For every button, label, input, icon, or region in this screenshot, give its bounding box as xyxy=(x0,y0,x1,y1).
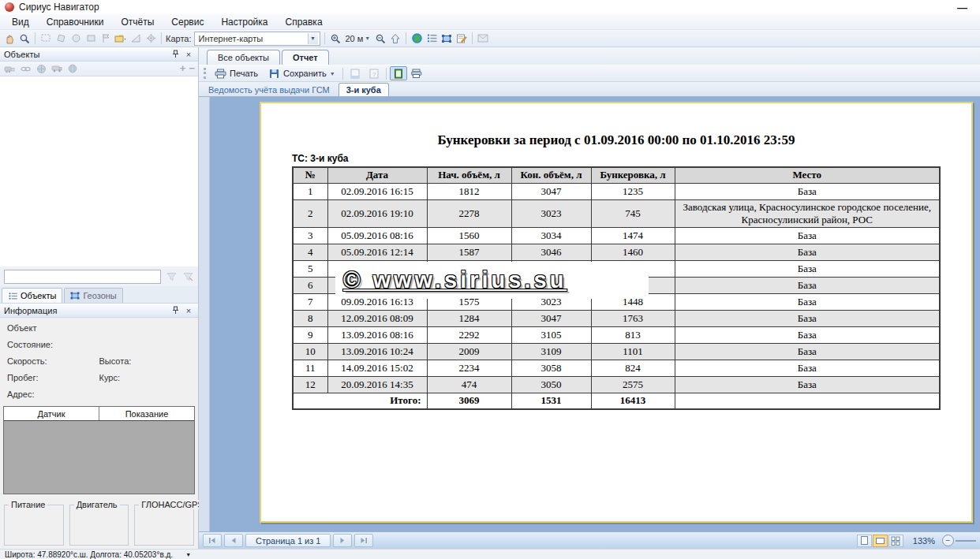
ruler-icon xyxy=(129,32,142,45)
report-table-cell: 13.09.2016 10:24 xyxy=(327,343,427,360)
toolbar-separator xyxy=(342,68,343,80)
report-vehicle-label: ТС: 3-и куба xyxy=(292,153,971,164)
search-icon[interactable] xyxy=(18,32,31,45)
objects-list[interactable] xyxy=(0,76,198,266)
menu-view[interactable]: Вид xyxy=(3,15,38,29)
menu-help[interactable]: Справка xyxy=(276,15,331,29)
select-area-icon xyxy=(39,32,52,45)
pin-icon[interactable] xyxy=(170,305,181,316)
chevron-down-icon[interactable]: ▼ xyxy=(308,33,318,44)
report-table-cell: База xyxy=(675,360,940,376)
menu-directories[interactable]: Справочники xyxy=(38,15,113,29)
menu-bar: Вид Справочники Отчёты Сервис Настройка … xyxy=(0,14,980,30)
report-table-cell: 3046 xyxy=(511,244,591,260)
field-state-label: Состояние: xyxy=(7,340,53,349)
watermark-text: © www.sirius.su xyxy=(343,267,567,293)
field-mileage-label: Пробег: xyxy=(7,373,99,382)
subtab-cuba-report[interactable]: 3-и куба xyxy=(339,83,389,96)
status-dropdown-icon[interactable]: ▼ xyxy=(185,552,191,557)
subtab-gsm-report[interactable]: Ведомость учёта выдачи ГСМ xyxy=(201,83,337,96)
tab-all-objects[interactable]: Все объекты xyxy=(207,50,280,65)
last-page-button[interactable] xyxy=(354,534,373,547)
engine-groupbox: Двигатель xyxy=(69,505,129,546)
printer-icon xyxy=(214,67,226,80)
add-object-icon[interactable]: + xyxy=(180,65,186,73)
first-page-button[interactable] xyxy=(203,534,222,547)
rect-select-icon xyxy=(84,32,97,45)
info-panel-title: Информация xyxy=(4,306,57,315)
print-button[interactable]: Печать xyxy=(210,65,262,81)
report-table-cell: 2009 xyxy=(427,343,511,360)
objects-list-icon[interactable] xyxy=(425,32,438,45)
report-table-row: 305.09.2016 08:16156030341474База xyxy=(293,227,940,244)
print-layout-icon[interactable] xyxy=(409,66,426,80)
close-icon[interactable]: × xyxy=(183,49,194,60)
menu-service[interactable]: Сервис xyxy=(163,15,212,29)
total-label: Итого: xyxy=(293,393,427,409)
minimize-button[interactable]: — xyxy=(957,2,967,13)
single-page-view-button[interactable] xyxy=(857,535,872,547)
home-arrow-icon[interactable] xyxy=(389,32,402,45)
report-viewer: Бункеровки за период с 01.09.2016 00:00 … xyxy=(199,96,980,531)
total-end-volume: 1531 xyxy=(511,393,591,409)
report-table-cell: 1 xyxy=(293,183,327,199)
report-table-cell: 13.09.2016 08:16 xyxy=(327,326,427,343)
subtab-cuba-label: 3-и куба xyxy=(346,85,381,95)
save-button[interactable]: Сохранить ▼ xyxy=(264,65,339,81)
zoom-slider[interactable] xyxy=(956,540,976,542)
globe-icon[interactable] xyxy=(410,32,423,45)
report-table-cell: 05.09.2016 08:16 xyxy=(327,227,427,244)
print-button-label: Печать xyxy=(230,69,258,78)
gear-icon xyxy=(144,32,157,45)
save-button-label: Сохранить xyxy=(283,69,327,78)
report-table-cell: 9 xyxy=(293,326,327,343)
menu-reports[interactable]: Отчёты xyxy=(112,15,163,29)
report-table-cell: 5 xyxy=(293,260,327,277)
report-table-cell: 7 xyxy=(293,293,327,310)
main-toolbar: Карта: Интернет-карты ▼ 20 м ▼ xyxy=(0,30,980,47)
report-toolbar: Печать Сохранить ▼ ? xyxy=(199,65,980,82)
map-select[interactable]: Интернет-карты ▼ xyxy=(194,32,320,46)
multi-page-view-button[interactable] xyxy=(888,535,903,547)
flag-icon xyxy=(99,32,112,45)
tab-report[interactable]: Отчет xyxy=(282,50,329,65)
tab-objects[interactable]: Объекты xyxy=(2,288,62,303)
reading-col-header[interactable]: Показание xyxy=(99,407,194,420)
sensor-col-header[interactable]: Датчик xyxy=(4,407,99,420)
report-table-cell: 3050 xyxy=(511,376,591,393)
app-icon xyxy=(5,2,14,12)
close-icon[interactable]: × xyxy=(183,305,194,316)
zoom-scale-dropdown[interactable]: 20 м ▼ xyxy=(344,34,372,43)
filter-input[interactable] xyxy=(4,270,161,284)
prev-page-button[interactable] xyxy=(224,534,243,547)
preview-mode-icon[interactable] xyxy=(390,66,407,80)
circle-select-icon xyxy=(69,32,82,45)
objects-panel-title: Объекты xyxy=(4,50,39,59)
menu-settings[interactable]: Настройка xyxy=(212,15,276,29)
zoom-out-button[interactable]: − xyxy=(942,535,954,546)
report-table-cell: База xyxy=(675,227,940,244)
pin-icon[interactable] xyxy=(170,49,181,60)
edit-notepad-icon[interactable] xyxy=(455,32,468,45)
folder-dropdown-icon[interactable] xyxy=(114,32,127,45)
sensor-table-header: Датчик Показание xyxy=(4,407,194,421)
geozone-rect-icon[interactable] xyxy=(440,32,453,45)
field-object-label: Объект xyxy=(7,323,36,333)
field-height-label: Высота: xyxy=(99,356,192,366)
col-header-start-volume: Нач. объём, л xyxy=(427,167,511,183)
report-table-cell: База xyxy=(675,277,940,293)
save-dropdown-icon[interactable]: ▼ xyxy=(330,71,335,76)
pan-hand-icon[interactable] xyxy=(3,32,16,45)
zoom-in-icon[interactable] xyxy=(329,32,342,45)
report-table-total-row: Итого: 3069 1531 16413 xyxy=(293,393,940,409)
page-setup-icon xyxy=(346,66,364,80)
field-course-label: Курс: xyxy=(99,373,192,382)
report-table-cell: База xyxy=(675,244,940,260)
next-page-button[interactable] xyxy=(333,534,352,547)
tab-geozones[interactable]: Геозоны xyxy=(64,288,122,303)
col-header-number: № xyxy=(293,167,327,183)
report-table-row: 1013.09.2016 10:24200931091101База xyxy=(293,343,940,360)
fit-width-view-button[interactable] xyxy=(873,535,888,547)
zoom-out-icon[interactable] xyxy=(374,32,387,45)
remove-object-icon[interactable]: − xyxy=(189,65,195,73)
